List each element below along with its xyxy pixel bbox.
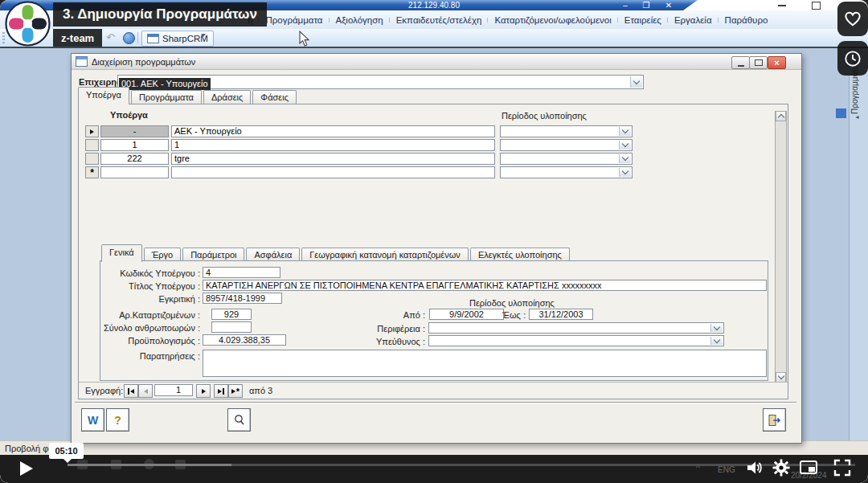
help-globe-icon[interactable] — [123, 32, 135, 44]
new-record-button[interactable]: * — [228, 384, 243, 398]
notes-textarea[interactable] — [203, 350, 767, 377]
manhours-field[interactable] — [211, 321, 252, 333]
menu-item-window[interactable]: Παράθυρο — [719, 15, 775, 25]
exit-door-icon — [768, 414, 781, 427]
combo-arrow[interactable] — [619, 168, 631, 177]
subproject-title-field[interactable]: ΚΑΤΑΡΤΙΣΗ ΑΝΕΡΓΩΝ ΣΕ ΠΙΣΤΟΠΟΙΗΜΕΝΑ ΚΕΝΤΡ… — [203, 280, 767, 291]
separator-groove — [75, 402, 796, 403]
connbar-close-button[interactable]: ✕ — [661, 1, 677, 10]
row-selector-cell[interactable] — [85, 153, 99, 165]
undo-icon[interactable]: ↶ — [106, 31, 115, 43]
settings-button[interactable] — [772, 458, 791, 481]
record-navigator: Εγγραφή: 1 * από 3 — [79, 382, 788, 399]
row-period-combobox[interactable] — [500, 139, 633, 151]
connbar-minimize-button[interactable]: – — [617, 1, 633, 10]
to-field[interactable]: 31/12/2003 — [529, 309, 593, 320]
panel-vertical-scrollbar[interactable] — [775, 111, 787, 383]
tab-phases[interactable]: Φάσεις — [252, 90, 297, 104]
next-record-button[interactable] — [196, 384, 211, 398]
row-code-cell[interactable]: 1 — [100, 139, 169, 151]
subproject-title-label: Τίτλος Υποέργου : — [100, 281, 200, 291]
combo-arrow[interactable] — [710, 324, 723, 332]
like-heart-button[interactable] — [837, 2, 868, 36]
new-record-asterisk-icon[interactable]: * — [85, 166, 99, 178]
tab-general[interactable]: Γενικά — [101, 244, 142, 262]
previous-record-button[interactable] — [138, 384, 153, 398]
row-selector-cell[interactable] — [85, 125, 99, 137]
triangle-left-icon — [144, 389, 148, 394]
trainees-field[interactable]: 929 — [211, 309, 252, 320]
chevron-down-icon — [622, 127, 628, 133]
approval-field[interactable]: 8957/418-1999 — [203, 293, 282, 304]
help-button[interactable]: ? — [106, 408, 129, 432]
menu-item-trainees[interactable]: Καταρτιζόμενοι/ωφελούμενοι — [488, 15, 617, 25]
row-code-cell[interactable]: 222 — [100, 153, 169, 165]
menu-item-trainers[interactable]: Εκπαιδευτές/στελέχη — [390, 15, 489, 25]
subproject-code-field[interactable]: 4 — [203, 267, 280, 278]
combo-arrow[interactable] — [619, 154, 631, 163]
tab-programs[interactable]: Προγράμματα — [131, 90, 202, 104]
budget-field[interactable]: 4.029.388,35 — [203, 334, 286, 346]
row-period-combobox[interactable] — [500, 166, 633, 178]
row-selector-cell[interactable] — [85, 139, 99, 151]
region-combobox[interactable] — [428, 322, 724, 334]
combo-arrow[interactable] — [710, 337, 723, 345]
exit-button[interactable] — [763, 408, 786, 432]
fullscreen-button[interactable] — [833, 458, 852, 481]
connbar-restore-button[interactable]: ❐ — [638, 1, 654, 10]
watch-later-button[interactable] — [837, 41, 868, 76]
search-button[interactable] — [227, 408, 251, 432]
heart-icon — [844, 11, 862, 27]
chevron-down-icon — [622, 168, 628, 174]
miniplayer-button[interactable] — [799, 459, 818, 480]
outer-restore-icon[interactable] — [812, 2, 821, 10]
menu-item-tools[interactable]: Εργαλεία — [668, 15, 719, 25]
channel-badge[interactable]: z-team — [53, 29, 102, 47]
record-number-input[interactable]: 1 — [154, 384, 193, 396]
row-name-cell[interactable] — [171, 166, 495, 178]
channel-avatar[interactable] — [5, 1, 51, 47]
last-record-button[interactable] — [214, 384, 228, 398]
operational-combobox[interactable]: 001. ΑΕΚ - Υπουργείο — [117, 75, 644, 89]
combo-arrow[interactable] — [619, 127, 631, 136]
row-period-combobox[interactable] — [500, 153, 633, 165]
menu-item-programs[interactable]: Προγράμματα — [259, 15, 329, 25]
row-name-cell[interactable]: 1 — [171, 139, 495, 151]
window-minimize-button[interactable] — [731, 56, 750, 69]
menu-item-evaluation[interactable]: Αξιολόγηση — [330, 15, 390, 25]
record-total: από 3 — [249, 386, 272, 395]
chevron-down-icon — [714, 323, 720, 330]
window-titlebar[interactable]: Διαχείριση προγραμμάτων — [72, 54, 801, 70]
window-close-button[interactable]: × — [768, 56, 786, 69]
first-record-button[interactable] — [124, 384, 138, 398]
toolbar-separator — [137, 32, 138, 43]
table-row: 1 1 — [79, 139, 788, 151]
row-code-cell[interactable]: - — [100, 125, 169, 137]
dock-arrow-icon[interactable]: ◄ — [854, 114, 860, 120]
table-row: 222 tgre — [79, 153, 788, 165]
video-title-overlay[interactable]: 3. Δημιουργία Προγραμμάτων — [53, 2, 267, 27]
fullscreen-icon — [833, 458, 852, 477]
manager-combobox[interactable] — [428, 335, 724, 346]
tab-actions[interactable]: Δράσεις — [203, 90, 251, 104]
menu-item-companies[interactable]: Εταιρείες — [618, 15, 668, 25]
word-export-button[interactable]: W — [81, 408, 104, 432]
triangle-right-icon — [202, 389, 206, 394]
seek-time-tooltip: 05:10 — [49, 443, 84, 459]
outer-minimize-icon[interactable] — [778, 5, 786, 6]
combo-arrow[interactable] — [619, 141, 631, 149]
toolbar-overflow-chevron-icon[interactable] — [201, 34, 206, 37]
sharpcrm-button[interactable]: SharpCRM — [141, 31, 214, 47]
window-maximize-button[interactable] — [749, 56, 768, 69]
operational-combo-arrow[interactable] — [630, 76, 642, 88]
question-mark-icon: ? — [114, 414, 121, 427]
row-name-cell[interactable]: tgre — [171, 153, 495, 165]
play-button[interactable] — [20, 461, 33, 476]
volume-icon — [744, 458, 764, 477]
row-code-cell[interactable] — [100, 166, 169, 178]
volume-button[interactable] — [744, 458, 764, 481]
scroll-up-arrow[interactable] — [776, 111, 786, 121]
row-name-cell[interactable]: ΑΕΚ - Υπουργείο — [171, 125, 495, 137]
tab-subprojects[interactable]: Υποέργα — [78, 87, 129, 104]
row-period-combobox[interactable] — [500, 125, 633, 137]
